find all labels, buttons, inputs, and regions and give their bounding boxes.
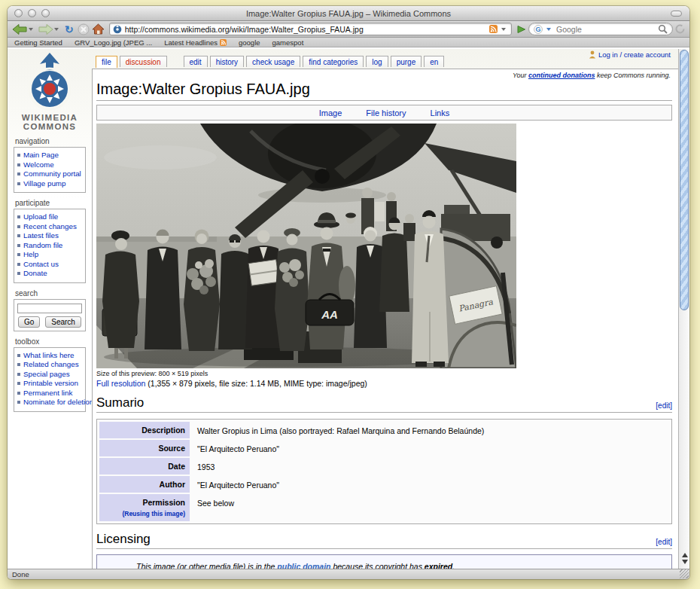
sidebar-item-special-pages[interactable]: Special pages (17, 370, 85, 380)
sidebar-link[interactable]: Nominate for deletion (23, 398, 93, 406)
sidebar-link[interactable]: Permanent link (23, 389, 72, 397)
tab-edit[interactable]: edit (184, 56, 208, 67)
sidebar-item-upload-file[interactable]: Upload file (17, 212, 85, 222)
edit-section-link[interactable]: [edit] (656, 401, 672, 410)
sidebar-item-village-pump[interactable]: Village pump (17, 179, 85, 189)
sidebar-item-printable-version[interactable]: Printable version (17, 379, 85, 389)
magnifier-icon[interactable] (658, 24, 668, 34)
license-text: . (452, 562, 455, 569)
bookmark-latest-headlines[interactable]: Latest Headlines (164, 38, 227, 47)
sidebar-link[interactable]: Special pages (23, 370, 70, 378)
tab-discussion[interactable]: discussion (120, 56, 167, 67)
sidebar-link[interactable]: Help (23, 250, 38, 258)
stop-icon (78, 23, 90, 35)
web-search-field[interactable]: G (528, 23, 673, 35)
feed-dropdown-caret[interactable] (501, 28, 506, 31)
sidebar-item-donate[interactable]: Donate (17, 269, 85, 279)
scroll-down-arrow[interactable] (682, 560, 688, 564)
portlet-title: participate (15, 199, 92, 207)
forward-button[interactable] (38, 23, 61, 36)
full-resolution-link[interactable]: Full resolution (96, 379, 145, 388)
close-window-button[interactable] (14, 9, 23, 17)
tab-log[interactable]: log (366, 56, 388, 67)
edit-section-link[interactable]: [edit] (656, 538, 672, 546)
tab-history[interactable]: history (210, 56, 244, 67)
sidebar-link[interactable]: Recent changes (23, 222, 77, 230)
sidebar-link[interactable]: Upload file (23, 212, 58, 221)
sidebar-link[interactable]: Printable version (23, 379, 78, 387)
resize-grip[interactable] (680, 569, 689, 578)
wiki-search-input[interactable] (17, 304, 82, 313)
toolbar-toggle-button[interactable] (671, 11, 682, 17)
minimize-window-button[interactable] (28, 9, 36, 17)
scroll-up-arrow[interactable] (682, 553, 688, 557)
sidebar-item-related-changes[interactable]: Related changes (17, 360, 85, 370)
go-search-button[interactable]: Go (18, 316, 40, 328)
sidebar-link[interactable]: Latest files (23, 231, 59, 240)
sidebar-item-main-page[interactable]: Main Page (17, 151, 85, 160)
search-engine-caret[interactable] (546, 28, 551, 31)
sidebar-item-community-portal[interactable]: Community portal (17, 169, 85, 179)
bookmark-gamespot[interactable]: gamespot (272, 38, 304, 47)
sidebar-link[interactable]: Contact us (23, 260, 59, 268)
url-bar[interactable] (109, 23, 512, 35)
forward-history-caret[interactable] (54, 28, 59, 31)
sidebar-link[interactable]: Donate (23, 269, 47, 277)
tab-find-categories[interactable]: find categories (303, 56, 364, 67)
scrollbar-thumb[interactable] (680, 50, 689, 310)
sidebar-link[interactable]: Main Page (23, 151, 59, 159)
sidebar-item-contact-us[interactable]: Contact us (17, 260, 85, 270)
toc-link-file-history[interactable]: File history (366, 108, 406, 117)
sidebar-link[interactable]: Community portal (23, 169, 81, 178)
sidebar-item-nominate-deletion[interactable]: Nominate for deletion (17, 398, 85, 407)
back-button[interactable] (12, 23, 35, 36)
status-text: Done (12, 570, 29, 578)
reusing-image-link[interactable]: (Reusing this image) (101, 510, 185, 517)
sidebar-item-what-links-here[interactable]: What links here (17, 351, 85, 361)
row-label: Source (99, 440, 190, 456)
toc-link-image[interactable]: Image (319, 108, 342, 117)
sidebar-link[interactable]: Welcome (23, 160, 54, 169)
tab-check-usage[interactable]: check usage (246, 56, 300, 67)
vertical-scrollbar[interactable] (678, 49, 689, 569)
tab-file[interactable]: file (96, 56, 117, 68)
sidebar-link[interactable]: Random file (23, 241, 62, 249)
toc-link-links[interactable]: Links (431, 108, 450, 117)
commons-logo-icon (14, 51, 86, 111)
go-button[interactable] (516, 23, 526, 36)
zoom-window-button[interactable] (41, 9, 50, 17)
title-bar[interactable]: Image:Walter Gropius FAUA.jpg – Wikimedi… (8, 6, 689, 21)
wikimedia-commons-logo[interactable]: WIKIMEDIA COMMONS (14, 51, 86, 131)
tab-purge[interactable]: purge (391, 56, 422, 67)
url-input[interactable] (125, 25, 486, 34)
sidebar-link[interactable]: Village pump (23, 179, 65, 188)
search-input[interactable] (556, 25, 655, 34)
back-history-caret[interactable] (29, 28, 33, 31)
stop-button[interactable] (78, 23, 90, 36)
sidebar-link[interactable]: What links here (23, 351, 75, 359)
sidebar-item-help[interactable]: Help (17, 250, 85, 260)
rss-icon (220, 39, 227, 46)
bookmark-google[interactable]: google (239, 38, 260, 47)
sidebar-item-recent-changes[interactable]: Recent changes (17, 222, 85, 232)
login-label[interactable]: Log in / create account (598, 50, 671, 59)
file-preview-image[interactable]: Panagra (96, 124, 516, 368)
rss-feed-icon[interactable] (489, 25, 498, 33)
tab-en[interactable]: en (424, 56, 444, 67)
bookmark-getting-started[interactable]: Getting Started (14, 38, 62, 47)
fulltext-search-button[interactable]: Search (45, 316, 81, 328)
bookmark-grv-logo[interactable]: GRV_Logo.jpg (JPEG ... (75, 38, 152, 47)
home-button[interactable] (92, 23, 105, 36)
wiki-sidebar: WIKIMEDIA COMMONS navigation Main Page W… (8, 49, 92, 569)
sidebar-item-welcome[interactable]: Welcome (17, 160, 85, 170)
portlet-participate: participate Upload file Recent changes L… (14, 199, 92, 283)
google-logo-icon[interactable]: G (534, 25, 543, 34)
sidebar-item-latest-files[interactable]: Latest files (17, 231, 85, 241)
sidebar-item-random-file[interactable]: Random file (17, 241, 85, 251)
sidebar-link[interactable]: Related changes (23, 360, 79, 368)
public-domain-link[interactable]: public domain (277, 562, 330, 569)
reload-button[interactable]: ↻ (63, 23, 75, 36)
sidebar-item-permanent-link[interactable]: Permanent link (17, 389, 85, 398)
donations-link[interactable]: continued donations (528, 72, 595, 79)
login-link[interactable]: Log in / create account (589, 50, 671, 59)
